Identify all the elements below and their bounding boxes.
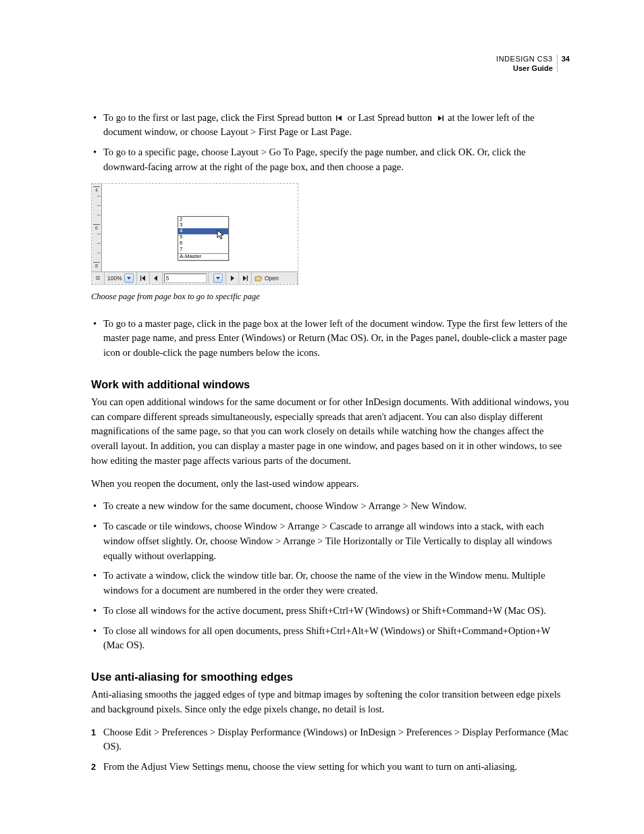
section-heading: Work with additional windows — [91, 378, 570, 391]
running-header: INDESIGN CS3 User Guide 34 — [91, 54, 570, 74]
svg-rect-9 — [247, 276, 248, 281]
ruler-label: 6 — [93, 224, 100, 230]
bullet-text-part: or Last Spread button — [348, 112, 435, 123]
dropdown-option[interactable]: 2 — [178, 217, 228, 223]
open-label: Open — [265, 275, 279, 282]
grip-icon — [92, 272, 105, 284]
intro-bullet-list: To go to the first or last page, click t… — [91, 111, 570, 175]
body-paragraph: Anti-aliasing smooths the jagged edges o… — [91, 687, 570, 717]
dropdown-option[interactable]: 7 — [178, 246, 228, 253]
document-page: INDESIGN CS3 User Guide 34 To go to the … — [0, 0, 644, 834]
section-heading: Use anti-aliasing for smoothing edges — [91, 671, 570, 683]
ruler-tick — [97, 215, 101, 215]
svg-marker-8 — [243, 276, 246, 281]
canvas-area: 2 3 4 5 6 7 A-Master — [102, 184, 298, 271]
last-page-button[interactable] — [239, 272, 252, 284]
first-spread-icon — [336, 115, 344, 122]
first-page-button[interactable] — [137, 272, 150, 284]
page-number-field[interactable]: 5 — [164, 273, 207, 283]
open-file-icon — [254, 275, 263, 282]
mid-bullet-list: To go to a master page, click in the pag… — [91, 317, 570, 361]
steps-list: Choose Edit > Preferences > Display Perf… — [91, 725, 570, 775]
dropdown-master-option[interactable]: A-Master — [178, 254, 228, 260]
svg-marker-5 — [142, 276, 145, 281]
ruler-label: 8 — [93, 262, 100, 268]
document-title: User Guide — [496, 63, 553, 73]
header-divider — [557, 55, 558, 72]
chevron-down-icon[interactable] — [213, 273, 223, 283]
list-item: To go to the first or last page, click t… — [91, 111, 570, 140]
next-page-button[interactable] — [226, 272, 239, 284]
list-item: To activate a window, click the window t… — [91, 569, 570, 598]
page-dropdown-button[interactable] — [208, 272, 226, 284]
svg-rect-3 — [442, 115, 444, 121]
bullet-text-part: To go to the first or last page, click t… — [103, 112, 334, 123]
last-spread-icon — [436, 115, 444, 122]
list-item: To go to a master page, click in the pag… — [91, 317, 570, 361]
list-item: To create a new window for the same docu… — [91, 499, 570, 514]
zoom-value: 100% — [107, 275, 122, 282]
figure-caption: Choose page from page box to go to speci… — [91, 292, 570, 302]
svg-rect-4 — [140, 276, 141, 281]
ruler-label: 4 — [93, 186, 100, 192]
body-paragraph: You can open additional windows for the … — [91, 395, 570, 469]
list-item: To close all windows for all open docume… — [91, 624, 570, 654]
dropdown-option[interactable]: 3 — [178, 222, 228, 228]
step-item: From the Adjust View Settings menu, choo… — [91, 760, 570, 775]
ruler-tick — [97, 253, 101, 253]
ruler-tick — [97, 243, 101, 244]
list-item: To go to a specific page, choose Layout … — [91, 145, 570, 175]
body-paragraph: When you reopen the document, only the l… — [91, 477, 570, 492]
list-item: To close all windows for the active docu… — [91, 604, 570, 619]
zoom-field[interactable]: 100% — [105, 272, 137, 284]
section1-bullet-list: To create a new window for the same docu… — [91, 499, 570, 653]
list-item: To cascade or tile windows, choose Windo… — [91, 519, 570, 563]
svg-marker-1 — [338, 115, 342, 121]
ruler-tick — [97, 234, 101, 234]
figure-canvas-area: 4 6 8 2 3 4 5 6 — [92, 184, 298, 271]
status-bar: 100% 5 — [92, 271, 298, 284]
prev-page-button[interactable] — [150, 272, 163, 284]
svg-rect-0 — [336, 115, 338, 121]
svg-marker-2 — [438, 115, 442, 121]
running-header-text: INDESIGN CS3 User Guide — [496, 54, 553, 74]
page-number: 34 — [562, 54, 570, 63]
svg-marker-7 — [231, 276, 234, 281]
ruler-tick — [97, 205, 101, 206]
figure-page-box: 4 6 8 2 3 4 5 6 — [91, 183, 570, 302]
figure-frame: 4 6 8 2 3 4 5 6 — [91, 183, 298, 285]
vertical-ruler: 4 6 8 — [92, 184, 102, 271]
cursor-icon — [217, 230, 226, 243]
chevron-down-icon[interactable] — [124, 273, 134, 283]
svg-marker-6 — [154, 276, 157, 281]
open-status: Open — [252, 272, 298, 284]
product-name: INDESIGN CS3 — [496, 54, 553, 63]
ruler-tick — [97, 196, 101, 197]
step-item: Choose Edit > Preferences > Display Perf… — [91, 725, 570, 755]
